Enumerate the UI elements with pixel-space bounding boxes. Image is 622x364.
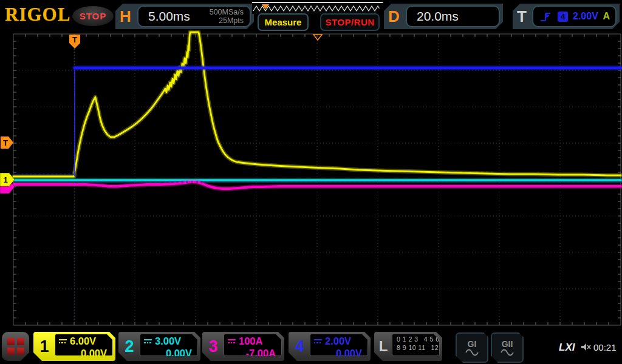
- speaker-muted-icon: [581, 343, 592, 352]
- logic-group-4-7: 4 5 6 7: [424, 336, 446, 343]
- channel-4-panel: 2.00V 0.00V: [310, 334, 368, 356]
- menu-grid-icon: [7, 338, 24, 355]
- generator-2-button[interactable]: GII: [491, 332, 524, 363]
- logic-label: L: [374, 332, 392, 361]
- logic-panel: 0 1 2 34 5 6 7 8 9 10 1112 13 14 15: [392, 334, 440, 356]
- sine-wave-icon: [501, 349, 514, 356]
- delay-indicator[interactable]: [313, 35, 322, 40]
- channel-1-number: 1: [33, 332, 55, 361]
- channel-3-panel: 100A -7.00A: [224, 334, 282, 356]
- sine-wave-icon: [465, 349, 479, 356]
- dc-coupling-icon: [59, 339, 67, 344]
- svg-text:T: T: [72, 35, 77, 44]
- menu-button[interactable]: [2, 332, 29, 361]
- channel-3-number: 3: [202, 332, 224, 361]
- logic-channels-box[interactable]: L 0 1 2 34 5 6 7 8 9 10 1112 13 14 15: [374, 332, 442, 361]
- lxi-logo: LXI: [559, 342, 575, 354]
- channel-2-scale: 3.00V: [155, 335, 181, 347]
- channel-2-panel: 3.00V 0.00V: [140, 334, 198, 356]
- channel-3-offset: -7.00A: [224, 347, 281, 359]
- trigger-level-marker[interactable]: T: [1, 136, 13, 149]
- waveform-display: 1TT: [0, 0, 622, 364]
- channel-4-box[interactable]: 4 2.00V 0.00V: [289, 332, 371, 361]
- channel-3-scale: 100A: [239, 335, 262, 347]
- dc-coupling-icon: [144, 339, 152, 344]
- dc-coupling-icon: [228, 339, 236, 344]
- channel-4-offset: 0.00V: [310, 347, 367, 359]
- logic-group-8-11: 8 9 10 11: [397, 345, 426, 351]
- oscilloscope-screen: RIGOL STOP H 5.00ms 500MSa/s 25Mpts Meas…: [0, 0, 622, 364]
- generator-2-label: GII: [502, 340, 513, 349]
- svg-text:1: 1: [3, 175, 7, 184]
- channel-1-scale: 6.00V: [70, 335, 96, 347]
- channel-1-offset: 0.00V: [55, 347, 112, 359]
- channel-2-number: 2: [118, 332, 140, 361]
- trigger-position-marker[interactable]: T: [69, 35, 80, 49]
- dc-coupling-icon: [314, 339, 322, 344]
- clock: 00:21: [593, 342, 617, 352]
- channel-2-offset: 0.00V: [140, 347, 197, 359]
- channel-2-box[interactable]: 2 3.00V 0.00V: [118, 332, 200, 361]
- channel-4-number: 4: [289, 332, 310, 361]
- logic-group-0-3: 0 1 2 3: [397, 336, 419, 343]
- svg-text:T: T: [3, 138, 8, 147]
- generator-1-label: GI: [468, 340, 477, 349]
- channel-1-panel: 6.00V 0.00V: [55, 334, 113, 356]
- bottom-bar: 1 6.00V 0.00V 2 3.00V 0.00V 3 100A -7.00…: [0, 331, 622, 364]
- channel-4-scale: 2.00V: [325, 335, 351, 347]
- channel-1-box[interactable]: 1 6.00V 0.00V: [33, 332, 115, 361]
- channel-3-box[interactable]: 3 100A -7.00A: [202, 332, 284, 361]
- generator-1-button[interactable]: GI: [456, 332, 488, 363]
